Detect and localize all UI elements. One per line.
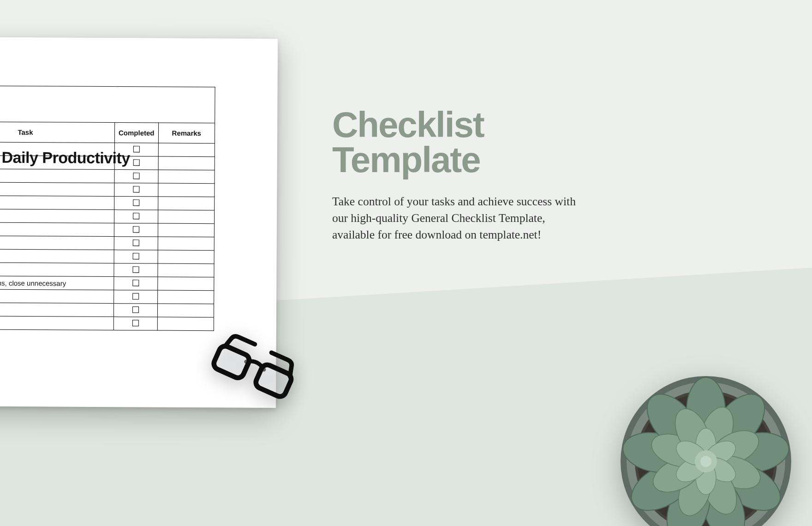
- table-row: ne: [0, 263, 214, 277]
- table-row: ., turn off notifications, close unneces…: [0, 276, 214, 291]
- checkbox-icon: [133, 226, 139, 233]
- checkbox-icon: [133, 186, 139, 192]
- checkbox-icon: [133, 159, 139, 166]
- task-cell: [0, 289, 114, 304]
- document-title: hecklist: Daily Productivity: [0, 148, 130, 167]
- remarks-cell: [158, 197, 215, 210]
- table-row: [0, 236, 214, 251]
- checkbox-icon: [133, 173, 139, 179]
- checkbox-icon: [132, 306, 139, 313]
- task-cell: ., turn off notifications, close unneces…: [0, 276, 114, 290]
- remarks-cell: [157, 263, 214, 277]
- remarks-cell: [157, 277, 214, 291]
- checkbox-cell[interactable]: [114, 290, 158, 304]
- marketing-copy: Checklist Template Take control of your …: [332, 107, 627, 243]
- checkbox-cell[interactable]: [114, 170, 158, 183]
- col-header-task: Task: [0, 122, 115, 143]
- svg-rect-0: [212, 344, 251, 380]
- checkbox-cell[interactable]: [114, 237, 158, 250]
- remarks-cell: [158, 156, 215, 170]
- glasses-icon: [194, 321, 309, 427]
- checkbox-cell[interactable]: [114, 197, 158, 210]
- checkbox-icon: [133, 146, 140, 152]
- checkbox-icon: [133, 213, 139, 219]
- checkbox-cell[interactable]: [114, 223, 158, 237]
- svg-point-30: [700, 456, 711, 467]
- checkbox-icon: [133, 199, 139, 206]
- succulent-plant-icon: [614, 369, 798, 526]
- table-row: [0, 169, 215, 184]
- task-cell: or timer: [0, 303, 114, 317]
- checkbox-cell[interactable]: [114, 250, 158, 263]
- checkbox-icon: [133, 239, 139, 246]
- remarks-cell: [158, 170, 215, 184]
- checkbox-cell[interactable]: [114, 263, 158, 277]
- checkbox-cell[interactable]: [114, 277, 158, 290]
- task-cell: nt tasks for the day: [0, 209, 114, 223]
- table-row: rity task: [0, 249, 214, 264]
- checkbox-cell[interactable]: [113, 304, 157, 317]
- table-row: [0, 196, 215, 210]
- remarks-cell: [158, 223, 215, 237]
- task-cell: [0, 236, 114, 250]
- remarks-cell: [158, 250, 215, 264]
- title-line-1: Checklist: [332, 104, 484, 145]
- table-row: nt tasks for the day: [0, 209, 215, 224]
- remarks-cell: [158, 183, 215, 197]
- table-row: [0, 182, 215, 197]
- task-cell: rity task: [0, 249, 114, 263]
- remarks-cell: [157, 304, 214, 317]
- checkbox-icon: [132, 253, 139, 259]
- table-row: [0, 289, 214, 304]
- checklist-title-cell: hecklist: Daily Productivity: [0, 86, 215, 123]
- checklist-table: hecklist: Daily Productivity Task Comple…: [0, 85, 215, 331]
- task-cell: ne: [0, 263, 114, 277]
- svg-rect-1: [254, 363, 293, 398]
- table-row: or timer: [0, 303, 214, 317]
- table-row: [0, 222, 214, 237]
- page-title: Checklist Template: [332, 107, 627, 178]
- table-row: en tasks: [0, 316, 214, 331]
- remarks-cell: [158, 143, 215, 157]
- task-cell: [0, 182, 114, 197]
- task-cell: [0, 222, 114, 237]
- checkbox-cell[interactable]: [113, 317, 157, 330]
- checkbox-icon: [132, 280, 139, 286]
- task-cell: [0, 196, 114, 210]
- body-copy: Take control of your tasks and achieve s…: [332, 193, 581, 244]
- checkbox-icon: [132, 293, 139, 299]
- checkbox-icon: [132, 320, 139, 326]
- checkbox-icon: [132, 266, 139, 273]
- remarks-cell: [158, 210, 215, 224]
- checkbox-cell[interactable]: [114, 183, 158, 197]
- checkbox-cell[interactable]: [114, 210, 158, 223]
- col-header-completed: Completed: [114, 123, 158, 143]
- remarks-cell: [158, 237, 215, 251]
- task-cell: [0, 169, 114, 183]
- remarks-cell: [157, 290, 214, 304]
- task-cell: en tasks: [0, 316, 113, 330]
- col-header-remarks: Remarks: [158, 123, 215, 143]
- title-line-2: Template: [332, 139, 480, 180]
